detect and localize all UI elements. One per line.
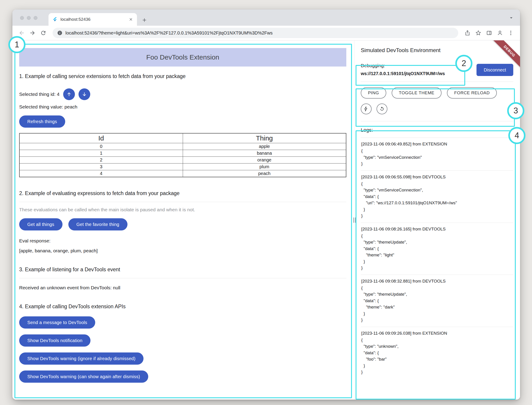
profile-icon[interactable] xyxy=(495,28,505,38)
table-cell-id: 3 xyxy=(19,163,183,170)
annotation-circle-4: 4 xyxy=(508,127,525,144)
maximize-window-button[interactable] xyxy=(34,16,37,20)
ping-button[interactable]: PING xyxy=(361,87,386,99)
tab-close-icon[interactable] xyxy=(129,17,133,21)
page: localhost:52436 xyxy=(0,0,532,405)
menu-kebab-icon[interactable] xyxy=(506,28,516,38)
minimize-window-button[interactable] xyxy=(27,16,31,20)
table-cell-thing: peach xyxy=(183,170,346,177)
table-row: 2 orange xyxy=(19,157,346,163)
section-3-heading: 3. Example of listening for a DevTools e… xyxy=(19,267,346,278)
table-header-id: Id xyxy=(19,133,183,143)
selected-value-label: Selected thing value: peach xyxy=(19,104,346,110)
log-entry: [2023-11-06 09:09:26.038] from EXTENSION… xyxy=(361,327,513,379)
log-entry: [2023-11-06 09:06:49.852] from EXTENSION… xyxy=(361,138,513,170)
selected-id-label: Selected thing id: 4 xyxy=(19,92,60,97)
site-info-icon[interactable] xyxy=(57,30,62,36)
table-header-thing: Thing xyxy=(183,133,346,143)
api-buttons-stack: Send a message to DevTools Show DevTools… xyxy=(19,316,346,383)
table-cell-thing: orange xyxy=(183,157,346,163)
log-timestamp: [2023-11-06 09:08:26.165] from DEVTOOLS xyxy=(361,227,513,232)
reload-icon[interactable] xyxy=(39,28,48,38)
devtools-controls: PING TOGGLE THEME FORCE RELOAD xyxy=(361,82,513,121)
log-json: { "type": "themeUpdate", "data": { "them… xyxy=(361,285,513,323)
log-entry: [2023-11-06 09:08:26.165] from DEVTOOLS … xyxy=(361,223,513,275)
extension-panel: Foo DevTools Extension 1. Example of cal… xyxy=(12,40,353,400)
show-notification-button[interactable]: Show DevTools notification xyxy=(19,334,90,347)
hot-restart-button[interactable] xyxy=(361,103,372,114)
browser-window: localhost:52436 xyxy=(12,9,520,400)
disconnect-button[interactable]: Disconnect xyxy=(477,64,513,76)
log-entry: [2023-11-06 09:08:32.881] from DEVTOOLS … xyxy=(361,275,513,327)
log-entry: [2023-11-06 09:06:55.098] from DEVTOOLS … xyxy=(361,170,513,223)
debugging-label: Debugging: xyxy=(361,63,445,68)
flutter-favicon-icon xyxy=(53,17,58,22)
section-4-heading: 4. Example of calling DevTools extension… xyxy=(19,304,346,310)
annotation-circle-1: 1 xyxy=(8,36,26,53)
tab-search-chevron-icon[interactable] xyxy=(508,15,514,21)
forward-icon[interactable] xyxy=(28,28,37,38)
decrement-id-button[interactable] xyxy=(79,88,90,100)
eval-response-value: [apple, banana, orange, plum, peach] xyxy=(19,248,346,253)
log-json: { "type": "vmServiceConnection", "data":… xyxy=(361,181,513,219)
table-cell-thing: banana xyxy=(183,150,346,157)
table-cell-id: 1 xyxy=(19,150,183,157)
eval-buttons-row: Get all things Get the favorite thing xyxy=(19,218,346,230)
log-timestamp: [2023-11-06 09:09:26.038] from EXTENSION xyxy=(361,331,513,336)
log-timestamp: [2023-11-06 09:06:55.098] from DEVTOOLS xyxy=(361,175,513,180)
address-bar[interactable]: localhost:52436/?theme=light&uri=ws%3A%2… xyxy=(53,28,458,38)
bookmark-star-icon[interactable] xyxy=(474,28,483,38)
get-all-things-button[interactable]: Get all things xyxy=(19,218,62,230)
browser-tab[interactable]: localhost:52436 xyxy=(48,13,137,26)
force-reload-button[interactable]: FORCE RELOAD xyxy=(447,87,497,99)
logs-label: Logs: xyxy=(361,127,513,138)
hot-reload-button[interactable] xyxy=(376,103,387,114)
log-json: { "type": "themeUpdate", "data": { "them… xyxy=(361,233,513,271)
evaluation-note: These evaluations can be called when the… xyxy=(19,207,346,212)
side-panel-icon[interactable] xyxy=(484,28,494,38)
eval-response-label: Eval response: xyxy=(19,238,346,243)
annotation-circle-3: 3 xyxy=(507,102,524,119)
annotation-circle-2: 2 xyxy=(455,55,472,72)
table-header-row: Id Thing xyxy=(19,133,346,143)
things-table: Id Thing 0 apple 1 banana xyxy=(19,133,346,177)
toggle-theme-button[interactable]: TOGGLE THEME xyxy=(392,87,442,99)
refresh-things-button[interactable]: Refresh things xyxy=(19,115,65,128)
section-1-heading: 1. Example of calling service extensions… xyxy=(19,73,346,79)
table-cell-id: 0 xyxy=(19,143,183,150)
section-2-heading: 2. Example of evaluating expressions to … xyxy=(19,190,346,202)
log-timestamp: [2023-11-06 09:08:32.881] from DEVTOOLS xyxy=(361,279,513,284)
table-cell-id: 4 xyxy=(19,170,183,177)
extension-title-banner: Foo DevTools Extension xyxy=(19,48,346,67)
table-cell-id: 2 xyxy=(19,157,183,163)
devtools-panel-title: Simulated DevTools Environment xyxy=(361,47,513,54)
window-controls[interactable] xyxy=(20,16,37,20)
url-text: localhost:52436/?theme=light&uri=ws%3A%2… xyxy=(65,30,273,36)
table-row: 0 apple xyxy=(19,143,346,150)
send-message-button[interactable]: Send a message to DevTools xyxy=(19,316,95,329)
close-window-button[interactable] xyxy=(20,16,24,20)
arrow-down-icon xyxy=(82,91,87,97)
browser-toolbar: localhost:52436/?theme=light&uri=ws%3A%2… xyxy=(12,26,520,40)
devtools-environment-panel: DEBUG Simulated DevTools Environment Deb… xyxy=(356,40,520,400)
get-favorite-thing-button[interactable]: Get the favorite thing xyxy=(68,218,128,230)
table-row: 3 plum xyxy=(19,163,346,170)
show-warning-again-button[interactable]: Show DevTools warning (can show again af… xyxy=(19,371,148,383)
log-timestamp: [2023-11-06 09:06:49.852] from EXTENSION xyxy=(361,142,513,147)
show-warning-ignore-button[interactable]: Show DevTools warning (ignore if already… xyxy=(19,352,143,365)
restore-arrow-icon xyxy=(379,106,385,112)
pane-splitter[interactable] xyxy=(353,40,356,400)
splitter-handle-icon[interactable] xyxy=(353,216,356,224)
share-icon[interactable] xyxy=(463,28,472,38)
table-row: 1 banana xyxy=(19,150,346,157)
selected-thing-row: Selected thing id: 4 xyxy=(19,88,346,100)
table-cell-thing: plum xyxy=(183,163,346,170)
debugging-row: Debugging: ws://127.0.0.1:59101/jtqO1NXT… xyxy=(361,63,513,82)
browser-titlebar: localhost:52436 xyxy=(12,9,520,26)
debugging-uri: ws://127.0.0.1:59101/jtqO1NXT9UM=/ws xyxy=(361,71,445,76)
received-event-text: Received an unknown event from DevTools:… xyxy=(19,285,346,290)
new-tab-icon[interactable] xyxy=(142,17,147,23)
table-row: 4 peach xyxy=(19,170,346,177)
control-icon-buttons-row xyxy=(361,103,513,114)
increment-id-button[interactable] xyxy=(63,88,75,100)
